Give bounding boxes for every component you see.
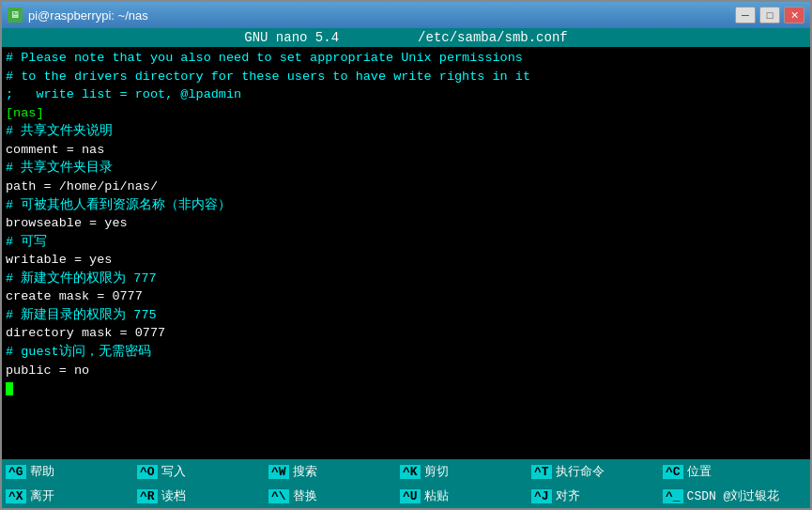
shortcut-key: ^J — [531, 489, 552, 503]
shortcut-key: ^G — [6, 465, 26, 479]
shortcut-item-0-0[interactable]: ^G帮助 — [2, 459, 133, 484]
line-13: # 新建文件的权限为 777 — [6, 270, 806, 288]
line-18: public = no — [6, 362, 806, 380]
shortcut-key: ^R — [137, 489, 158, 503]
shortcut-label: 执行命令 — [556, 463, 605, 480]
shortcut-item-1-4[interactable]: ^J对齐 — [528, 484, 659, 508]
line-9: # 可被其他人看到资源名称（非内容） — [6, 196, 806, 215]
shortcut-key: ^_ — [663, 489, 683, 503]
shortcut-row-1: ^X离开^R读档^\替换^U粘贴^J对齐^_CSDN @刘过银花 — [2, 484, 810, 508]
terminal-icon: 🖥 — [8, 8, 23, 23]
window-title: pi@raspberrypi: ~/nas — [28, 8, 148, 23]
shortcut-label: 帮助 — [30, 463, 54, 480]
shortcut-item-1-1[interactable]: ^R读档 — [133, 484, 265, 508]
title-buttons: ─ □ ✕ — [735, 7, 804, 23]
shortcut-item-0-1[interactable]: ^O写入 — [133, 459, 265, 484]
shortcut-item-0-5[interactable]: ^C位置 — [659, 459, 790, 484]
line-14: create mask = 0777 — [6, 287, 806, 306]
minimize-button[interactable]: ─ — [735, 7, 756, 23]
nano-header-left: GNU nano 5.4 — [244, 30, 339, 45]
cursor — [6, 382, 13, 395]
shortcut-label: 粘贴 — [424, 487, 449, 504]
shortcut-key: ^O — [137, 465, 158, 479]
line-0: # Please note that you also need to set … — [6, 49, 806, 68]
line-19 — [6, 379, 806, 398]
shortcut-label: 写入 — [161, 463, 186, 480]
shortcut-label: 对齐 — [556, 487, 580, 504]
nano-header-center: /etc/samba/smb.conf — [418, 30, 568, 45]
title-bar-left: 🖥 pi@raspberrypi: ~/nas — [8, 8, 148, 23]
shortcut-item-0-2[interactable]: ^W搜索 — [265, 459, 396, 484]
line-1: # to the drivers directory for these use… — [6, 68, 806, 86]
line-11: # 可写 — [6, 233, 806, 252]
shortcut-key: ^C — [663, 465, 683, 479]
shortcut-item-1-5[interactable]: ^_CSDN @刘过银花 — [659, 484, 790, 508]
line-15: # 新建目录的权限为 775 — [6, 306, 806, 325]
shortcut-key: ^T — [531, 465, 552, 479]
line-10: browseable = yes — [6, 214, 806, 233]
shortcut-key: ^K — [400, 465, 421, 479]
shortcut-label: 位置 — [687, 463, 712, 480]
shortcut-key: ^U — [400, 489, 421, 503]
shortcut-label: 搜索 — [293, 463, 317, 480]
line-16: directory mask = 0777 — [6, 324, 806, 343]
nano-header: GNU nano 5.4 /etc/samba/smb.conf — [2, 28, 810, 47]
title-bar: 🖥 pi@raspberrypi: ~/nas ─ □ ✕ — [2, 2, 810, 28]
shortcut-row-0: ^G帮助^O写入^W搜索^K剪切^T执行命令^C位置 — [2, 459, 810, 484]
maximize-button[interactable]: □ — [759, 7, 780, 23]
terminal[interactable]: GNU nano 5.4 /etc/samba/smb.conf # Pleas… — [2, 28, 810, 508]
line-7: # 共享文件夹目录 — [6, 159, 806, 178]
bottom-bar: ^G帮助^O写入^W搜索^K剪切^T执行命令^C位置^X离开^R读档^\替换^U… — [2, 459, 810, 508]
shortcut-label: 剪切 — [424, 463, 449, 480]
line-2: ; write list = root, @lpadmin — [6, 85, 806, 104]
line-6: comment = nas — [6, 141, 806, 160]
shortcut-key: ^\ — [268, 489, 289, 503]
shortcut-item-1-3[interactable]: ^U粘贴 — [396, 484, 528, 508]
line-8: path = /home/pi/nas/ — [6, 178, 806, 196]
shortcut-item-0-4[interactable]: ^T执行命令 — [528, 459, 659, 484]
line-12: writable = yes — [6, 251, 806, 270]
shortcut-key: ^X — [6, 489, 26, 503]
shortcut-label: 替换 — [293, 487, 317, 504]
content-area[interactable]: # Please note that you also need to set … — [2, 47, 810, 459]
close-button[interactable]: ✕ — [784, 7, 804, 23]
shortcut-item-0-3[interactable]: ^K剪切 — [396, 459, 528, 484]
shortcut-label: 离开 — [30, 487, 54, 504]
line-5: # 共享文件夹说明 — [6, 122, 806, 141]
shortcut-item-1-2[interactable]: ^\替换 — [265, 484, 396, 508]
shortcut-item-1-0[interactable]: ^X离开 — [2, 484, 133, 508]
shortcut-key: ^W — [268, 465, 289, 479]
window: 🖥 pi@raspberrypi: ~/nas ─ □ ✕ GNU nano 5… — [0, 0, 812, 510]
line-4: [nas] — [6, 104, 806, 123]
shortcut-label: 读档 — [161, 487, 186, 504]
shortcut-label: CSDN @刘过银花 — [687, 487, 780, 504]
line-17: # guest访问，无需密码 — [6, 343, 806, 362]
